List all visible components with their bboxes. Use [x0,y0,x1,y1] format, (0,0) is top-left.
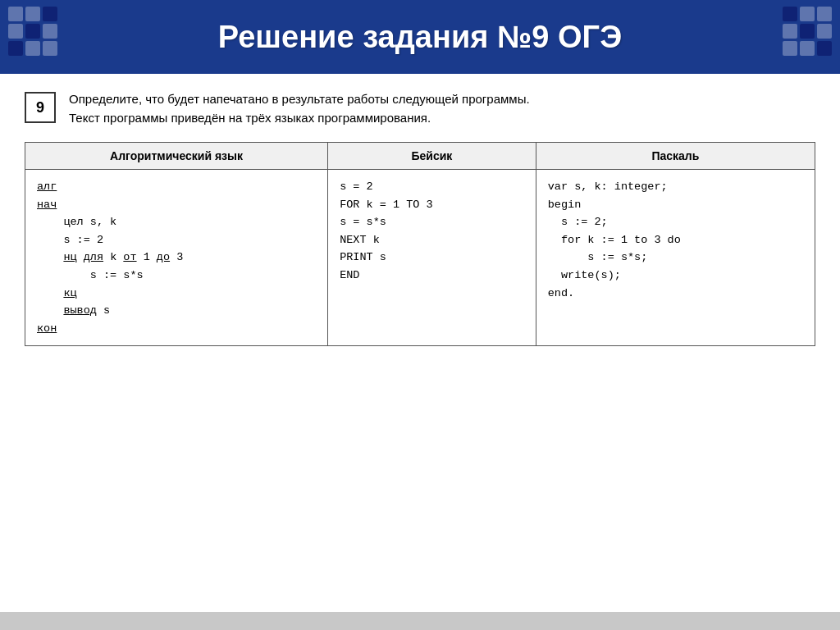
header-decor-left [8,7,57,56]
col-header-pascal: Паскаль [536,143,815,170]
footer-strip [0,612,840,630]
task-text-line1: Определите, что будет напечатано в резул… [69,92,530,106]
cell-algorithmic: алг нач цел s, k s := 2 нц для k от 1 до… [25,170,328,346]
task-number: 9 [36,99,44,116]
table-code-row: алг нач цел s, k s := 2 нц для k от 1 до… [25,170,815,346]
task-number-box: 9 [25,92,56,123]
cell-pascal: var s, k: integer; begin s := 2; for k :… [536,170,815,346]
page-wrapper: Решение задания №9 ОГЭ 9 Определите, что… [0,0,840,630]
header-decor-right [783,7,832,56]
header: Решение задания №9 ОГЭ [0,0,840,74]
code-table: Алгоритмический язык Бейсик Паскаль алг … [25,142,815,346]
col-header-basic: Бейсик [328,143,536,170]
task-row: 9 Определите, что будет напечатано в рез… [25,90,815,127]
table-header-row: Алгоритмический язык Бейсик Паскаль [25,143,815,170]
content-area: 9 Определите, что будет напечатано в рез… [0,74,840,612]
cell-basic: s = 2 FOR k = 1 TO 3 s = s*s NEXT k PRIN… [328,170,536,346]
page-title: Решение задания №9 ОГЭ [218,20,622,55]
task-description: Определите, что будет напечатано в резул… [69,90,530,127]
col-header-algorithmic: Алгоритмический язык [25,143,328,170]
task-text-line2: Текст программы приведён на трёх языках … [69,111,431,125]
